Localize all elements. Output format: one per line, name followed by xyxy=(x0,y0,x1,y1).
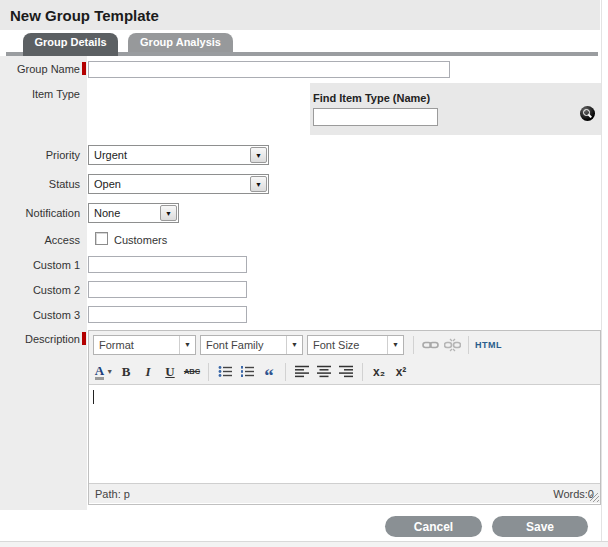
toolbar-separator xyxy=(362,363,363,381)
toolbar-separator xyxy=(413,336,414,354)
font-color-button[interactable]: A ▼ xyxy=(94,362,114,382)
remove-link-icon[interactable] xyxy=(442,335,462,355)
item-type-label: Item Type xyxy=(0,88,80,100)
customers-checkbox-label: Customers xyxy=(114,234,167,246)
tab-group-analysis[interactable]: Group Analysis xyxy=(128,33,233,52)
custom1-label: Custom 1 xyxy=(0,259,80,271)
priority-value: Urgent xyxy=(94,149,127,161)
notification-select[interactable]: None ▼ xyxy=(88,203,179,223)
group-name-required-marker xyxy=(82,62,86,75)
editor-toolbar-row1: Format ▼ Font Family ▼ Font Size ▼ xyxy=(89,331,600,358)
status-label: Status xyxy=(0,178,80,190)
chevron-down-icon[interactable]: ▼ xyxy=(106,368,113,375)
toolbar-separator xyxy=(208,363,209,381)
underline-button[interactable]: U xyxy=(160,362,180,382)
chevron-down-icon[interactable]: ▼ xyxy=(250,147,267,163)
font-size-select-value: Font Size xyxy=(313,339,359,351)
custom3-input[interactable] xyxy=(88,306,247,323)
bottom-band xyxy=(0,542,608,547)
editor-word-count: Words:0 xyxy=(553,488,594,500)
custom1-input[interactable] xyxy=(88,256,247,273)
bold-button[interactable]: B xyxy=(116,362,136,382)
group-name-label: Group Name xyxy=(0,63,80,75)
custom3-label: Custom 3 xyxy=(0,309,80,321)
new-group-template-window: New Group Template Group Details Group A… xyxy=(0,0,608,547)
chevron-down-icon[interactable]: ▼ xyxy=(286,336,302,354)
insert-link-icon[interactable] xyxy=(420,335,440,355)
resize-handle[interactable] xyxy=(590,493,599,502)
format-select-value: Format xyxy=(99,339,134,351)
font-family-select-value: Font Family xyxy=(206,339,263,351)
toolbar-separator xyxy=(285,363,286,381)
description-required-marker xyxy=(82,332,86,345)
editor-status-bar: Path: p Words:0 xyxy=(89,483,600,503)
custom2-input[interactable] xyxy=(88,281,247,298)
chevron-down-icon[interactable]: ▼ xyxy=(160,205,177,221)
editor-toolbar: Format ▼ Font Family ▼ Font Size ▼ xyxy=(89,331,600,385)
italic-button[interactable]: I xyxy=(138,362,158,382)
cancel-button[interactable]: Cancel xyxy=(385,516,482,537)
notification-value: None xyxy=(94,207,120,219)
find-item-type-panel: Find Item Type (Name) xyxy=(310,83,601,135)
text-cursor xyxy=(93,390,94,404)
chevron-down-icon[interactable]: ▼ xyxy=(179,336,195,354)
subscript-button[interactable]: x₂ xyxy=(369,362,389,382)
strikethrough-button[interactable]: ABC xyxy=(182,362,202,382)
access-label: Access xyxy=(0,234,80,246)
format-select[interactable]: Format ▼ xyxy=(93,335,196,355)
label-column xyxy=(0,56,87,510)
priority-label: Priority xyxy=(0,149,80,161)
html-source-button[interactable]: HTML xyxy=(475,335,502,355)
description-label: Description xyxy=(0,333,80,345)
customers-checkbox[interactable] xyxy=(95,232,108,245)
font-family-select[interactable]: Font Family ▼ xyxy=(200,335,303,355)
align-center-icon[interactable] xyxy=(314,362,334,382)
status-value: Open xyxy=(94,178,121,190)
description-textarea[interactable] xyxy=(89,385,600,483)
editor-toolbar-row2: A ▼ B I U ABC xyxy=(89,358,600,385)
numbered-list-icon[interactable] xyxy=(237,362,257,382)
notification-label: Notification xyxy=(0,207,80,219)
font-color-icon: A xyxy=(95,364,104,380)
superscript-button[interactable]: x² xyxy=(391,362,411,382)
align-right-icon[interactable] xyxy=(336,362,356,382)
custom2-label: Custom 2 xyxy=(0,284,80,296)
toolbar-separator xyxy=(468,336,469,354)
tab-group-details[interactable]: Group Details xyxy=(23,33,118,56)
page-title: New Group Template xyxy=(10,7,159,24)
content-right-rule xyxy=(601,0,602,541)
chevron-down-icon[interactable]: ▼ xyxy=(250,176,267,192)
align-left-icon[interactable] xyxy=(292,362,312,382)
group-name-input[interactable] xyxy=(88,61,450,78)
bullet-list-icon[interactable] xyxy=(215,362,235,382)
find-item-type-input[interactable] xyxy=(313,108,438,126)
blockquote-icon[interactable]: “ xyxy=(259,366,279,386)
status-select[interactable]: Open ▼ xyxy=(88,174,269,194)
find-item-type-label: Find Item Type (Name) xyxy=(313,92,430,104)
search-icon[interactable] xyxy=(580,106,595,121)
priority-select[interactable]: Urgent ▼ xyxy=(88,145,269,165)
font-size-select[interactable]: Font Size ▼ xyxy=(307,335,404,355)
chevron-down-icon[interactable]: ▼ xyxy=(387,336,403,354)
description-editor: Format ▼ Font Family ▼ Font Size ▼ xyxy=(88,330,601,505)
editor-path: Path: p xyxy=(95,488,130,500)
save-button[interactable]: Save xyxy=(492,516,588,537)
